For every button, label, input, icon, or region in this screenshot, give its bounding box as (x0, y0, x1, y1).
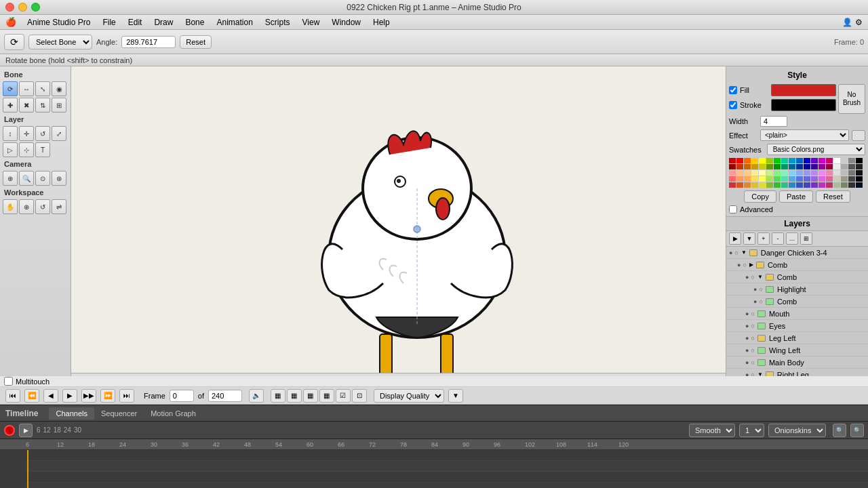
color-cell[interactable] (789, 176, 795, 182)
color-cell[interactable] (841, 158, 848, 163)
color-cell[interactable] (856, 182, 863, 188)
fill-color-swatch[interactable] (771, 84, 836, 96)
zoom-view-tool[interactable]: ⊕ (19, 199, 34, 214)
view-btn-3[interactable]: ▦ (303, 389, 318, 403)
color-cell[interactable] (848, 176, 855, 182)
effect-select[interactable]: <plain> (760, 129, 849, 141)
scale-bone-tool[interactable]: ⤡ (35, 81, 50, 96)
color-cell[interactable] (826, 182, 833, 188)
color-cell[interactable] (766, 170, 773, 176)
color-cell[interactable] (804, 176, 810, 182)
layer-vis-buttons[interactable]: ●○ (737, 262, 747, 268)
step-prev-btn[interactable]: ◀ (43, 389, 58, 403)
layer-settings-btn[interactable]: ⊞ (800, 232, 812, 245)
menu-view[interactable]: View (297, 16, 326, 28)
menu-help[interactable]: Help (368, 16, 395, 28)
color-cell[interactable] (848, 164, 855, 169)
rotate-bone-tool[interactable]: ⟳ (3, 81, 18, 96)
menu-bone[interactable]: Bone (180, 16, 210, 28)
color-cell[interactable] (826, 158, 833, 163)
color-cell[interactable] (729, 164, 736, 169)
go-start-btn[interactable]: ⏮ (5, 389, 20, 403)
color-cell[interactable] (729, 176, 736, 182)
width-input[interactable] (760, 116, 787, 127)
color-cell[interactable] (796, 164, 803, 169)
fold-arrow-icon[interactable]: ▶ (749, 262, 753, 268)
hand-tool[interactable]: ✋ (3, 199, 18, 214)
effect-options-btn[interactable] (852, 130, 865, 141)
color-cell[interactable] (751, 182, 758, 188)
color-cell[interactable] (759, 158, 766, 163)
zoom-camera-tool[interactable]: 🔍 (19, 171, 34, 186)
color-cell[interactable] (841, 164, 848, 169)
color-cell[interactable] (811, 182, 818, 188)
fold-arrow-icon[interactable]: ▼ (741, 249, 747, 256)
color-cell[interactable] (766, 182, 773, 188)
no-brush-button[interactable]: NoBrush (838, 84, 865, 114)
color-cell[interactable] (856, 170, 863, 176)
layer-item[interactable]: ●○Eyes (726, 320, 868, 332)
color-cell[interactable] (766, 158, 773, 163)
fold-arrow-icon[interactable]: ▼ (757, 274, 763, 280)
color-cell[interactable] (856, 176, 863, 182)
total-frames-input[interactable] (208, 390, 242, 402)
audio-btn[interactable]: 🔈 (249, 389, 264, 403)
move-points-tool[interactable]: ⊹ (19, 142, 34, 157)
layer-vis-buttons[interactable]: ●○ (745, 371, 755, 377)
color-cell[interactable] (789, 170, 795, 176)
copy-button[interactable]: Copy (744, 190, 776, 203)
angle-value[interactable]: 289.7617 (121, 36, 176, 48)
color-cell[interactable] (833, 158, 840, 163)
color-cell[interactable] (833, 170, 840, 176)
onionskins-select[interactable]: Onionskins (768, 424, 826, 437)
tl-zoom-in-btn[interactable]: 🔍 (833, 424, 846, 437)
stroke-color-swatch[interactable] (771, 99, 836, 111)
step-next-btn[interactable]: ▶▶ (81, 389, 96, 403)
play-btn[interactable]: ▶ (62, 389, 77, 403)
color-cell[interactable] (826, 164, 833, 169)
color-cell[interactable] (789, 164, 795, 169)
color-cell[interactable] (781, 176, 788, 182)
layer-add-btn[interactable]: + (757, 232, 770, 245)
color-cell[interactable] (818, 176, 825, 182)
color-cell[interactable] (789, 158, 795, 163)
color-cell[interactable] (759, 164, 766, 169)
menu-animation[interactable]: Animation (211, 16, 258, 28)
multitouch-checkbox[interactable] (4, 377, 13, 386)
layer-vis-buttons[interactable]: ●○ (745, 335, 755, 342)
color-cell[interactable] (841, 182, 848, 188)
tab-motion-graph[interactable]: Motion Graph (144, 407, 203, 420)
close-button[interactable] (5, 3, 14, 12)
color-cell[interactable] (856, 158, 863, 163)
bind-layer-tool[interactable]: ⊞ (52, 98, 66, 113)
minimize-button[interactable] (18, 3, 27, 12)
layer-vis-buttons[interactable]: ●○ (753, 286, 763, 293)
layer-vis-buttons[interactable]: ●○ (745, 347, 755, 354)
color-cell[interactable] (826, 176, 833, 182)
roll-camera-tool[interactable]: ⊛ (52, 171, 66, 186)
menu-scripts[interactable]: Scripts (260, 16, 296, 28)
color-cell[interactable] (856, 164, 863, 169)
stroke-checkbox[interactable] (729, 101, 737, 109)
swatches-dropdown[interactable]: Basic Colors.png (767, 144, 865, 155)
transform-tool-btn[interactable]: ⟳ (4, 34, 24, 50)
tl-zoom-out-btn[interactable]: 🔍 (850, 424, 864, 437)
color-cell[interactable] (736, 158, 743, 163)
scale-layer-tool[interactable]: ⤢ (52, 126, 66, 141)
color-cell[interactable] (841, 176, 848, 182)
translate-bone-tool[interactable]: ↔ (19, 81, 34, 96)
color-cell[interactable] (833, 182, 840, 188)
color-cell[interactable] (774, 158, 781, 163)
tab-sequencer[interactable]: Sequencer (94, 407, 144, 420)
layer-vis-buttons[interactable]: ●○ (753, 298, 763, 305)
color-cell[interactable] (796, 176, 803, 182)
reset-button[interactable]: Reset (180, 35, 212, 49)
fold-arrow-icon[interactable]: ▼ (757, 371, 763, 376)
layer-item[interactable]: ●○▼Danger Chicken 3-4 (726, 247, 868, 259)
color-cell[interactable] (818, 170, 825, 176)
color-cell[interactable] (811, 176, 818, 182)
orbit-camera-tool[interactable]: ⊙ (35, 171, 50, 186)
color-cell[interactable] (766, 176, 773, 182)
color-cell[interactable] (744, 176, 751, 182)
color-cell[interactable] (744, 158, 751, 163)
